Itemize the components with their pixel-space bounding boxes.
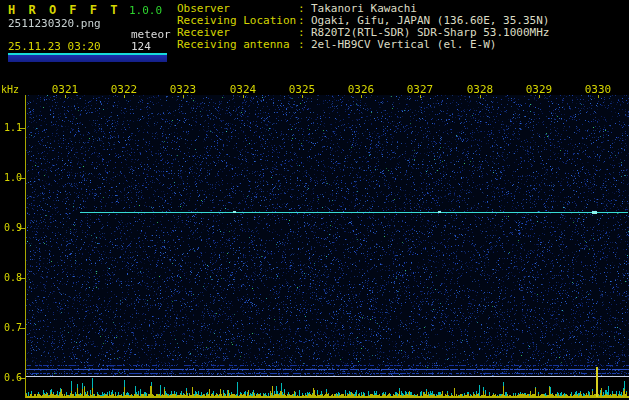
time-tick-label: 0324 xyxy=(223,83,263,96)
time-tick-label: 0329 xyxy=(519,83,559,96)
time-tick-label: 0327 xyxy=(400,83,440,96)
level-meter xyxy=(8,53,167,62)
amplitude-spike xyxy=(596,367,598,397)
freq-unit-label: kHz xyxy=(1,84,19,95)
signal-blip xyxy=(438,211,441,213)
plot-axes xyxy=(0,78,629,400)
echo-count: 124 xyxy=(131,40,151,53)
freq-tick-label: 0.6 xyxy=(0,372,22,383)
info-row: Receiving antenna:2el-HB9CV Vertical (el… xyxy=(177,39,549,51)
freq-tick-label: 1.1 xyxy=(0,122,22,133)
station-info: Observer:Takanori Kawachi Receiving Loca… xyxy=(177,3,549,51)
info-label: Receiving antenna xyxy=(177,39,298,51)
time-tick-label: 0321 xyxy=(45,83,85,96)
carrier-signal-line xyxy=(80,212,628,213)
time-tick-label: 0325 xyxy=(282,83,322,96)
info-separator: : xyxy=(298,39,311,51)
time-tick-label: 0326 xyxy=(341,83,381,96)
signal-blip xyxy=(592,211,597,214)
freq-tick-label: 0.7 xyxy=(0,322,22,333)
signal-blip xyxy=(233,211,236,213)
freq-tick-label: 0.9 xyxy=(0,222,22,233)
app-version: 1.0.0 xyxy=(129,4,162,17)
output-filename: 2511230320.png xyxy=(8,17,101,30)
freq-tick-label: 0.8 xyxy=(0,272,22,283)
hrofft-output: { "header": { "app_title": "H R O F F T"… xyxy=(0,0,629,400)
time-tick-label: 0322 xyxy=(104,83,144,96)
baseline-separator-line xyxy=(26,376,629,377)
datetime-label: 25.11.23 03:20 xyxy=(8,40,101,53)
time-tick-label: 0330 xyxy=(578,83,618,96)
freq-tick-label: 1.0 xyxy=(0,172,22,183)
time-tick-label: 0328 xyxy=(460,83,500,96)
info-value: 2el-HB9CV Vertical (el. E-W) xyxy=(311,39,496,51)
app-title: H R O F F T xyxy=(8,3,120,17)
time-tick-label: 0323 xyxy=(163,83,203,96)
